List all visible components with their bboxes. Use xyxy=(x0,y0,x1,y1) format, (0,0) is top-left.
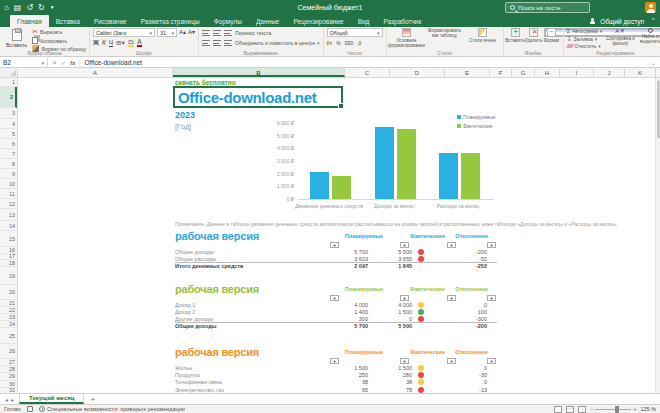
filter-dropdown[interactable]: ▼ xyxy=(400,295,409,301)
column-header-B[interactable]: B xyxy=(173,68,345,77)
table-row[interactable]: Доход 14 0004 0000 xyxy=(175,302,497,309)
table-row[interactable]: Итого денежных средств2 0971 845-252 xyxy=(175,262,497,269)
macro-record-icon[interactable] xyxy=(27,406,33,412)
row-header-14[interactable]: 14 xyxy=(0,221,17,231)
conditional-formatting-button[interactable]: Условное форматирование xyxy=(390,28,424,48)
table-row[interactable]: Доход 21 4001 500100 xyxy=(175,309,497,316)
user-avatar[interactable] xyxy=(645,2,656,13)
name-box[interactable]: B2 ▾ xyxy=(0,58,48,67)
filter-dropdown[interactable]: ▼ xyxy=(447,242,456,248)
column-header-C[interactable]: C xyxy=(345,68,390,77)
confirm-entry-icon[interactable]: ✓ xyxy=(61,59,66,66)
ribbon-tab-4[interactable]: Разметка страницы xyxy=(134,15,207,27)
zoom-out-icon[interactable]: − xyxy=(590,406,593,412)
download-link[interactable]: скачать бесплатно xyxy=(175,79,236,86)
bar-Планируемые[interactable] xyxy=(375,127,394,199)
zoom-level[interactable]: 125 % xyxy=(640,406,656,412)
cancel-entry-icon[interactable]: ✕ xyxy=(52,59,57,66)
wrap-text-button[interactable]: Перенос текста xyxy=(235,30,271,36)
paste-button[interactable]: Вставить xyxy=(3,28,30,49)
font-name-select[interactable]: Calibri (Заго▾ xyxy=(93,28,155,37)
format-as-table-button[interactable]: Форматировать как таблицу xyxy=(428,28,462,48)
row-header-22[interactable]: 22 xyxy=(0,307,17,314)
row-header-9[interactable]: 9 xyxy=(0,169,17,179)
sheet-tab-current[interactable]: Текущий месяц xyxy=(19,394,84,404)
formula-input[interactable]: Office-download.net xyxy=(80,59,142,66)
table-row[interactable]: Телефонная связь38380 xyxy=(175,379,497,386)
ribbon-tab-8[interactable]: Вид xyxy=(351,15,377,27)
bold-button[interactable]: Ж xyxy=(93,39,99,46)
row-header-20[interactable]: 20 xyxy=(0,285,17,300)
table-row[interactable]: Другие доходы3000-300 xyxy=(175,316,497,323)
undo-icon[interactable]: ↺ xyxy=(26,4,33,12)
column-header-F[interactable]: F xyxy=(490,68,512,77)
row-header-11[interactable]: 11 xyxy=(0,189,17,199)
align-bottom-icon[interactable] xyxy=(224,29,233,36)
row-header-29[interactable]: 29 xyxy=(0,373,17,380)
share-button[interactable]: Общий доступ xyxy=(590,15,644,27)
column-header-E[interactable]: E xyxy=(445,68,490,77)
qat-customize-icon[interactable]: ▼ xyxy=(50,5,55,10)
table-row[interactable]: Продукты250280-30 xyxy=(175,372,497,379)
percent-format-button[interactable]: % xyxy=(336,40,340,46)
italic-button[interactable]: К xyxy=(102,39,106,46)
filter-dropdown[interactable]: ▼ xyxy=(447,295,456,301)
zoom-track[interactable] xyxy=(595,409,631,410)
filter-dropdown[interactable]: ▼ xyxy=(487,358,496,364)
font-color-button[interactable]: А xyxy=(137,38,141,47)
align-middle-icon[interactable] xyxy=(213,29,222,36)
prev-sheet-icon[interactable]: ◂ xyxy=(5,396,8,403)
fill-color-button[interactable]: 🗀 xyxy=(128,38,135,47)
home-icon[interactable]: ⌂ xyxy=(4,4,9,12)
row-header-26[interactable]: 26 xyxy=(0,344,17,359)
row-header-1[interactable]: 1 xyxy=(0,78,17,87)
year-caption-cell[interactable]: [Год] xyxy=(175,122,191,131)
redo-icon[interactable]: ↻ xyxy=(38,4,45,12)
grow-font-button[interactable]: А▴ xyxy=(179,28,186,37)
column-header-A[interactable]: A xyxy=(18,68,173,77)
bar-Фактические[interactable] xyxy=(461,153,480,199)
row-header-23[interactable]: 23 xyxy=(0,314,17,321)
row-header-8[interactable]: 8 xyxy=(0,159,17,169)
expand-formula-bar-icon[interactable]: ⌄ xyxy=(651,59,660,66)
row-header-18[interactable]: 18 xyxy=(0,260,17,267)
ribbon-tab-5[interactable]: Формулы xyxy=(207,15,249,27)
zoom-slider[interactable]: − + xyxy=(590,406,636,412)
zoom-in-icon[interactable]: + xyxy=(633,406,636,412)
cell-styles-button[interactable]: Стили ячеек xyxy=(466,28,500,48)
clear-button[interactable]: Очистить ▾ xyxy=(567,43,603,49)
merge-center-button[interactable]: Объединить и поместить в центре▾ xyxy=(235,40,319,46)
row-header-21[interactable]: 21 xyxy=(0,300,17,307)
filter-dropdown[interactable]: ▼ xyxy=(330,358,339,364)
delete-cells-button[interactable]: Удалить xyxy=(526,28,542,43)
copy-button[interactable]: Копировать xyxy=(32,37,86,44)
save-icon[interactable]: ▤ xyxy=(14,4,22,12)
row-header-28[interactable]: 28 xyxy=(0,366,17,373)
row-header-25[interactable]: 25 xyxy=(0,328,17,344)
align-top-icon[interactable] xyxy=(202,29,211,36)
page-layout-view-button[interactable] xyxy=(566,406,574,413)
row-header-6[interactable]: 6 xyxy=(0,139,17,149)
insert-cells-button[interactable]: Вставить xyxy=(507,28,524,43)
bar-Планируемые[interactable] xyxy=(310,172,329,199)
column-header-D[interactable]: D xyxy=(390,68,445,77)
autosum-button[interactable]: ΣАвтосумма ▾ xyxy=(567,28,603,34)
ribbon-tab-7[interactable]: Рецензирование xyxy=(286,15,350,27)
normal-view-button[interactable] xyxy=(554,406,562,413)
ribbon-tab-1[interactable]: Главная xyxy=(10,15,49,27)
bar-Фактические[interactable] xyxy=(397,129,416,199)
row-header-2[interactable]: 2 xyxy=(0,87,17,108)
row-header-5[interactable]: 5 xyxy=(0,129,17,139)
row-header-13[interactable]: 13 xyxy=(0,209,17,221)
decimal-buttons[interactable]: ,0 xyxy=(357,40,361,46)
ribbon-tab-9[interactable]: Разработчик xyxy=(376,15,428,27)
format-cells-button[interactable]: Формат xyxy=(544,28,560,43)
selected-cell-b2[interactable]: Office-download.net xyxy=(173,86,343,108)
row-header-7[interactable]: 7 xyxy=(0,149,17,159)
comma-format-button[interactable]: 000 xyxy=(345,40,353,46)
add-sheet-button[interactable]: + xyxy=(84,394,101,404)
budget-chart[interactable]: 6 000 ₽5 000 ₽4 000 ₽3 000 ₽2 000 ₽1 000… xyxy=(266,110,560,220)
bar-Фактические[interactable] xyxy=(332,176,351,199)
row-header-19[interactable]: 19 xyxy=(0,267,17,285)
table-row[interactable]: Общие доходы5 7005 500-200 xyxy=(175,322,497,329)
